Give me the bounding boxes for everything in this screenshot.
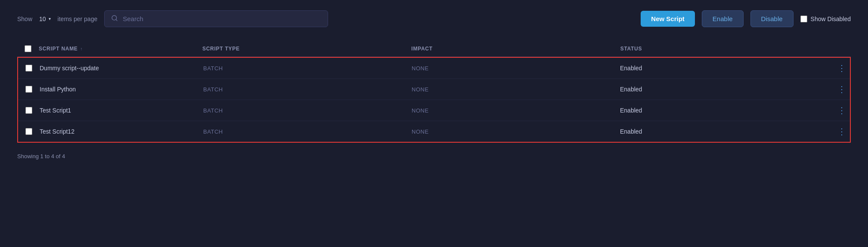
cell-actions-2: ⋮	[828, 106, 850, 115]
header-checkbox-cell	[17, 45, 39, 52]
row-checkbox-cell-2	[18, 107, 40, 114]
row-checkbox-2[interactable]	[25, 107, 32, 114]
table-header: SCRIPT NAME ↑ SCRIPT TYPE IMPACT STATUS	[17, 41, 851, 57]
cell-actions-3: ⋮	[828, 127, 850, 136]
sort-icon: ↑	[81, 47, 83, 51]
row-actions-button-3[interactable]: ⋮	[837, 127, 846, 136]
row-checkbox-0[interactable]	[25, 65, 32, 72]
pagination-bar: Showing 1 to 4 of 4	[17, 153, 851, 159]
row-actions-button-2[interactable]: ⋮	[837, 106, 846, 115]
items-per-page-label: items per page	[58, 16, 98, 22]
cell-impact-1: NONE	[412, 86, 620, 93]
cell-type-1: BATCH	[203, 86, 412, 93]
table-row: Test Script1 BATCH NONE Enabled ⋮	[18, 100, 850, 121]
cell-status-1: Enabled	[620, 86, 828, 93]
search-input[interactable]	[104, 10, 328, 27]
search-wrapper	[104, 10, 328, 27]
th-script-name: SCRIPT NAME ↑	[39, 46, 202, 52]
per-page-value: 10	[39, 16, 46, 22]
row-checkbox-1[interactable]	[25, 86, 32, 93]
chevron-down-icon: ▾	[49, 16, 51, 21]
row-checkbox-3[interactable]	[25, 128, 32, 135]
th-impact: IMPACT	[411, 46, 620, 52]
row-actions-button-1[interactable]: ⋮	[837, 85, 846, 94]
cell-name-0: Dummy script--update	[40, 65, 203, 72]
scripts-table: SCRIPT NAME ↑ SCRIPT TYPE IMPACT STATUS …	[17, 41, 851, 143]
table-rows-container: Dummy script--update BATCH NONE Enabled …	[17, 57, 851, 143]
cell-impact-3: NONE	[412, 128, 620, 135]
svg-line-1	[116, 19, 117, 21]
row-actions-button-0[interactable]: ⋮	[837, 64, 846, 72]
table-row: Test Script12 BATCH NONE Enabled ⋮	[18, 121, 850, 143]
row-checkbox-cell-0	[18, 65, 40, 72]
top-bar: Show 10 ▾ items per page New Script Enab…	[17, 10, 851, 27]
cell-impact-2: NONE	[412, 107, 620, 114]
cell-impact-0: NONE	[412, 65, 620, 72]
showing-text: Showing 1 to 4 of 4	[17, 153, 65, 159]
enable-button[interactable]: Enable	[702, 10, 744, 27]
th-status: STATUS	[620, 46, 829, 52]
table-row: Dummy script--update BATCH NONE Enabled …	[18, 57, 850, 79]
cell-name-3: Test Script12	[40, 128, 203, 135]
cell-actions-1: ⋮	[828, 85, 850, 94]
cell-actions-0: ⋮	[828, 64, 850, 72]
show-disabled-label: Show Disabled	[811, 16, 851, 22]
cell-type-3: BATCH	[203, 128, 412, 135]
new-script-button[interactable]: New Script	[641, 11, 695, 27]
per-page-select[interactable]: 10 ▾	[39, 16, 51, 22]
show-disabled-wrapper: Show Disabled	[800, 16, 851, 22]
table-row: Install Python BATCH NONE Enabled ⋮	[18, 79, 850, 100]
search-icon	[111, 15, 118, 23]
select-all-checkbox[interactable]	[25, 45, 31, 52]
disable-button[interactable]: Disable	[750, 10, 794, 27]
th-script-type: SCRIPT TYPE	[202, 46, 411, 52]
row-checkbox-cell-3	[18, 128, 40, 135]
cell-name-1: Install Python	[40, 86, 203, 93]
show-disabled-checkbox[interactable]	[800, 16, 807, 22]
cell-status-2: Enabled	[620, 107, 828, 114]
cell-name-2: Test Script1	[40, 107, 203, 114]
cell-type-0: BATCH	[203, 65, 412, 72]
cell-status-3: Enabled	[620, 128, 828, 135]
show-label: Show	[17, 16, 32, 22]
cell-status-0: Enabled	[620, 65, 828, 72]
cell-type-2: BATCH	[203, 107, 412, 114]
row-checkbox-cell-1	[18, 86, 40, 93]
